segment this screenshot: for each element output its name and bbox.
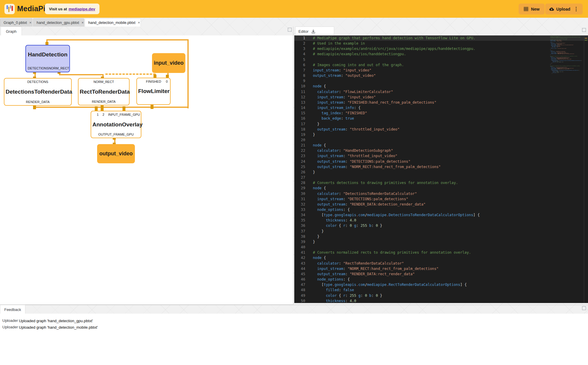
- port-label: NORM_RECT: [49, 66, 69, 70]
- edge-backedge-dashed: [105, 74, 156, 75]
- minimap[interactable]: # MediaPipe graph that performs hand det…: [550, 36, 583, 124]
- ruler-mark: [585, 40, 587, 41]
- edge-renderdata1-horiz: [35, 107, 97, 108]
- graph-canvas[interactable]: HandDetection DETECTIONS NORM_RECT input…: [0, 35, 293, 305]
- edge-normrect-horiz: [59, 74, 104, 75]
- tab-graph-view[interactable]: Graph: [1, 27, 22, 36]
- port-label: FINISHED: [146, 80, 161, 83]
- ruler-mark: [585, 38, 587, 39]
- port-connector: [153, 75, 156, 78]
- feedback-source: Uploader: [2, 318, 18, 323]
- feedback-row: Uploader Uploaded graph 'hand_detection_…: [0, 318, 266, 325]
- port-label: DETECTIONS: [27, 80, 48, 84]
- port-label: DETECTIONS: [28, 66, 49, 70]
- close-icon[interactable]: ×: [138, 20, 140, 25]
- node-rect-to-render-data[interactable]: NORM_RECT RectToRenderData RENDER_DATA: [78, 78, 130, 105]
- upload-button[interactable]: Upload ⋮: [545, 4, 583, 14]
- port-label: RENDER_DATA: [26, 100, 50, 104]
- feedback-divider: [0, 305, 588, 305]
- mediapipe-dev-link[interactable]: mediapipe.dev: [68, 7, 95, 11]
- panel-divider[interactable]: [293, 27, 293, 305]
- file-tab-strip: Graph_0.pbtxt × hand_detection_gpu.pbtxt…: [0, 18, 588, 27]
- edge-throttled-rail: [96, 107, 189, 108]
- mediapipe-visualizer: { "header": { "app_title": "MediaPipe", …: [0, 0, 588, 365]
- feedback-message: Uploaded graph 'hand_detection_gpu.pbtxt…: [19, 319, 93, 323]
- visit-us-banner: Visit us at mediapipe.dev: [45, 4, 99, 14]
- port-label: RENDER_DATA: [92, 100, 115, 103]
- port-label: NORM_RECT: [94, 80, 114, 84]
- code-editor[interactable]: 1234567891011121314151617181920212223242…: [294, 35, 588, 303]
- node-annotation-overlay[interactable]: 1 2 INPUT_FRAME_GPU AnnotationOverlay OU…: [91, 111, 141, 138]
- mediapipe-logo-icon: [4, 4, 15, 14]
- feedback-source: Uploader: [2, 325, 18, 329]
- visit-us-text: Visit us at: [49, 7, 67, 11]
- edge-throttled-top: [47, 39, 189, 40]
- port-label: 0: [166, 80, 168, 83]
- tab-hand-detection-gpu-pbtxt[interactable]: hand_detection_gpu.pbtxt ×: [33, 18, 84, 27]
- edge-throttled-right: [187, 39, 189, 108]
- download-icon[interactable]: [311, 29, 316, 34]
- tab-feedback[interactable]: Feedback: [0, 305, 25, 314]
- port-connector: [122, 106, 125, 109]
- feedback-log: Uploader Uploaded graph 'hand_detection_…: [0, 314, 588, 365]
- top-bar: MediaPipe Visit us at mediapipe.dev New …: [0, 0, 588, 18]
- node-detections-to-render-data[interactable]: DETECTIONS DetectionsToRenderData RENDER…: [4, 78, 72, 106]
- popout-icon[interactable]: [582, 28, 586, 32]
- node-input-video[interactable]: input_video: [152, 53, 185, 73]
- tab-hand-detection-mobile-pbtxt[interactable]: hand_detection_mobile.pbtxt ×: [85, 18, 141, 27]
- hamburger-icon: [524, 6, 528, 12]
- tab-editor[interactable]: Editor: [295, 27, 334, 36]
- port-connector: [101, 106, 104, 109]
- port-connector: [33, 106, 36, 109]
- close-icon[interactable]: ×: [29, 20, 32, 25]
- more-options-icon[interactable]: ⋮: [574, 6, 579, 12]
- port-connector: [166, 75, 169, 78]
- tab-graph-0-pbtxt[interactable]: Graph_0.pbtxt ×: [0, 18, 32, 27]
- node-flow-limiter[interactable]: FINISHED 0 FlowLimiter: [136, 78, 171, 105]
- minimap-divider: [584, 35, 584, 303]
- port-connector: [151, 106, 153, 109]
- node-output-video[interactable]: output_video: [97, 144, 135, 163]
- port-label: OUTPUT_FRAME_GPU: [98, 133, 134, 136]
- code-lines[interactable]: # MediaPipe graph that performs hand det…: [313, 35, 549, 303]
- port-label: 2: [102, 113, 104, 116]
- port-label: INPUT_FRAME_GPU: [108, 113, 140, 116]
- new-button[interactable]: New: [519, 4, 545, 14]
- popout-icon[interactable]: [582, 306, 586, 310]
- line-numbers: 1234567891011121314151617181920212223242…: [294, 35, 308, 303]
- node-hand-detection[interactable]: HandDetection DETECTIONS NORM_RECT: [25, 45, 70, 72]
- popout-icon[interactable]: [288, 28, 292, 32]
- feedback-row: Uploader Uploaded graph 'hand_detection_…: [0, 325, 266, 331]
- cloud-upload-icon: [549, 7, 554, 11]
- port-connector: [45, 42, 48, 45]
- port-label: 1: [97, 113, 99, 116]
- feedback-message: Uploaded graph 'hand_detection_mobile.pb…: [19, 325, 98, 330]
- close-icon[interactable]: ×: [81, 20, 84, 25]
- port-connector: [95, 106, 98, 109]
